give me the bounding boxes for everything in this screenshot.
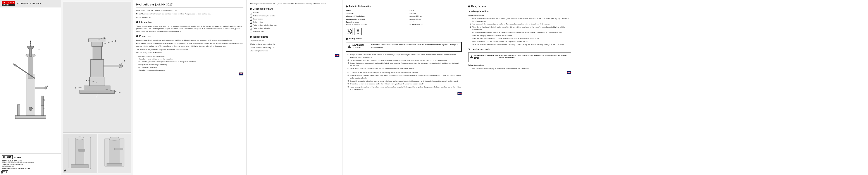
list-item: The handling of loads whose properties c… [136, 60, 243, 63]
step-bullet [470, 41, 471, 42]
step-text: Now assemble the freepoint pumping lever… [472, 23, 550, 25]
part-item: 1Saddle [250, 11, 339, 15]
svg-rect-53 [107, 164, 122, 166]
svg-rect-24 [92, 42, 103, 46]
note2: Note: Always store the hydraulic car jac… [136, 13, 243, 15]
note1-text: Note: Close the lowering valve after eve… [141, 9, 177, 11]
svg-text:④: ④ [32, 108, 33, 110]
intro-heading: Introduction [136, 21, 243, 24]
part-num: 6 [250, 27, 252, 30]
tech-value: KH 3017 [409, 9, 462, 12]
raising-bullet [468, 11, 470, 12]
note-bullet [347, 80, 349, 82]
part-label: Safety valve [253, 21, 263, 24]
safety-note: Never work under the raised load if it h… [346, 67, 462, 70]
gb-flag: GB [567, 71, 571, 74]
main-title: Hydraulic car jack KH 3017 [136, 3, 243, 7]
svg-line-62 [357, 33, 358, 34]
svg-point-13 [14, 64, 17, 66]
raising-title: Raising the vehicle [471, 10, 489, 13]
model-number: KH 3017 [2, 155, 13, 159]
parts-list: 1Saddle 2Extension screw (for saddle) 3L… [250, 11, 339, 33]
tech-label: Minimum lifting height: [346, 15, 409, 18]
lowering-warning-text: WARNING! DANGER TO LIFE! Check that no p… [499, 54, 569, 59]
svg-rect-50 [79, 149, 85, 151]
note1: Note: Note: Close the lowering valve aft… [136, 9, 243, 12]
svg-point-49 [75, 137, 84, 140]
note-text: Ensure that you never exceed the allowab… [350, 62, 462, 67]
note-bullet [347, 86, 349, 88]
more-note: Check that no person or object is under … [346, 83, 462, 85]
included-list: 1 Hydraulic car jack 2 Tube sections wit… [250, 40, 339, 52]
gb-badge-col1: GB [136, 72, 243, 75]
note-bullet [347, 62, 349, 64]
svg-rect-27 [90, 77, 105, 86]
raising-step: Insert the pumping lever into the lever … [468, 34, 571, 37]
logo-speed: SPEED [2, 4, 15, 6]
svg-point-59 [358, 29, 359, 31]
raising-step: Place one of the tube sections with a lo… [468, 17, 571, 22]
photo-main: 1 2 3 4 5 6 7 [63, 2, 131, 132]
safety-note: Ensure that you never exceed the allowab… [346, 62, 462, 67]
svg-rect-9 [18, 105, 20, 116]
tech-row: Model: KH 3017 [346, 9, 462, 12]
safety-notes-heading: Safety notes [346, 37, 462, 40]
header-bar: ULTIMATE SPEED HYDRAULIC CAR JACK [0, 0, 61, 7]
lowering-warning-box: ⚠ WARNING! DANGER TO LIFE! WARNING! DANG… [468, 52, 571, 62]
more-notes-list: Do not allow the hydraulic vehicle jack … [346, 71, 462, 91]
part-label: Tube section with pin [253, 27, 270, 30]
note-bullet [347, 54, 349, 55]
svg-point-31 [119, 64, 123, 68]
part-label: Lever socket [253, 18, 263, 21]
left-panel: ULTIMATE SPEED HYDRAULIC CAR JACK [0, 0, 61, 175]
note-text: Check that no person or object is under … [350, 83, 424, 85]
restrictions-text: Restrictions on use: Other uses of or ch… [136, 42, 243, 47]
tech-value: Approx. 19.5 cm [409, 15, 462, 18]
certification-row: 4C △ [2, 170, 59, 173]
commercial-text: The product is only intended for private… [136, 48, 243, 51]
tech-bullet [346, 5, 348, 7]
intro-title: Introduction [139, 21, 152, 24]
column-1: Hydraulic car jack KH 3017 Note: Note: C… [133, 0, 247, 175]
part-item: 6Tube section with pin [250, 27, 339, 30]
part-label: Saddle [253, 11, 259, 15]
raising-step: Insert the notch of the pipe port into t… [468, 37, 571, 40]
list-item: Operation under difficult conditions [136, 55, 243, 58]
svg-text:6: 6 [119, 92, 121, 94]
warning-text-main: WARNING! DANGER! Follow the instructions… [371, 44, 460, 49]
intended-use-text: Intended use: The hydraulic car jack is … [136, 39, 243, 42]
tech-heading: Technical information [346, 5, 462, 8]
part-label: Tube section with locating slot [253, 24, 276, 27]
step-bullet [470, 44, 471, 45]
note-bullet [347, 68, 349, 69]
part-num: 4 [250, 21, 252, 24]
raising-step: Place the hydraulic vehicle jack under o… [468, 26, 571, 31]
photo-jack-3d: B [98, 134, 131, 173]
proper-use-heading: Proper use [136, 35, 243, 38]
part-item: 3Lever socket [250, 18, 339, 21]
using-title: Using the jack [471, 5, 486, 8]
using-bullet [468, 5, 470, 7]
gb-flag: GB [335, 54, 340, 57]
included-item: 1 Tube section with locating slot [250, 46, 339, 49]
svg-line-40 [78, 87, 84, 88]
lowering-bullet [468, 49, 470, 50]
photo-jack-photo: A [63, 134, 96, 173]
intro-bullet [136, 21, 138, 23]
safety-icon-no-person [354, 28, 362, 35]
svg-text:2: 2 [115, 40, 116, 42]
header-title: HYDRAULIC CAR JACK [17, 2, 41, 5]
note-bullet [347, 83, 349, 84]
tech-label: Maximum lifting height: [346, 18, 409, 21]
safety-icon-no-load: kg [346, 28, 353, 35]
intro-text: These operating instructions form a part… [136, 25, 243, 32]
tech-value: Approx. 38 cm [409, 18, 462, 21]
svg-text:3: 3 [124, 60, 125, 62]
svg-text:②: ② [38, 49, 40, 51]
force-note: If the required force exceeds 400 N, the… [250, 3, 339, 5]
svg-text:5: 5 [75, 87, 76, 89]
svg-rect-47 [75, 138, 84, 167]
proper-use-title: Proper use [139, 35, 151, 38]
svg-rect-26 [91, 59, 104, 77]
warning-triangle-icon [347, 45, 351, 48]
